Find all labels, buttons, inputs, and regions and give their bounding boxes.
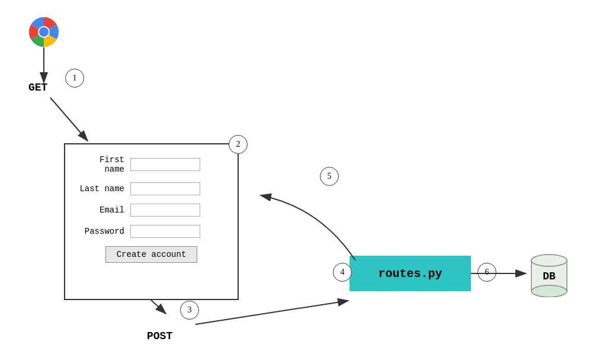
email-label: Email bbox=[77, 205, 130, 215]
firstname-label: First name bbox=[77, 155, 130, 174]
svg-line-9 bbox=[50, 98, 88, 141]
create-account-button[interactable]: Create account bbox=[105, 246, 198, 263]
form-row-lastname: Last name bbox=[77, 182, 226, 195]
chrome-icon bbox=[28, 17, 59, 47]
step-circle-1: 1 bbox=[65, 69, 84, 88]
step-circle-3: 3 bbox=[180, 301, 199, 320]
form-row-firstname: First name bbox=[77, 155, 226, 174]
lastname-label: Last name bbox=[77, 184, 130, 194]
step-circle-5: 5 bbox=[320, 167, 339, 186]
step-circle-6: 6 bbox=[477, 263, 496, 282]
password-input[interactable] bbox=[130, 225, 200, 238]
get-label: GET bbox=[28, 82, 47, 94]
svg-line-10 bbox=[151, 300, 166, 314]
routes-box: routes.py bbox=[349, 256, 471, 291]
db-icon: DB bbox=[528, 250, 570, 300]
form-box: First name Last name Email Password Crea… bbox=[64, 143, 239, 300]
form-row-password: Password bbox=[77, 225, 226, 238]
email-input[interactable] bbox=[130, 204, 200, 217]
lastname-input[interactable] bbox=[130, 182, 200, 195]
password-label: Password bbox=[77, 227, 130, 236]
firstname-input[interactable] bbox=[130, 158, 200, 171]
diagram-canvas: GET First name Last name Email Password … bbox=[0, 0, 590, 364]
svg-point-2 bbox=[39, 27, 49, 37]
svg-line-11 bbox=[195, 301, 348, 324]
svg-point-4 bbox=[531, 255, 567, 266]
form-row-email: Email bbox=[77, 204, 226, 217]
step-circle-4: 4 bbox=[333, 263, 352, 282]
post-label: POST bbox=[147, 330, 172, 342]
svg-point-5 bbox=[531, 285, 567, 297]
svg-text:DB: DB bbox=[543, 270, 556, 282]
step-circle-2: 2 bbox=[229, 135, 248, 154]
